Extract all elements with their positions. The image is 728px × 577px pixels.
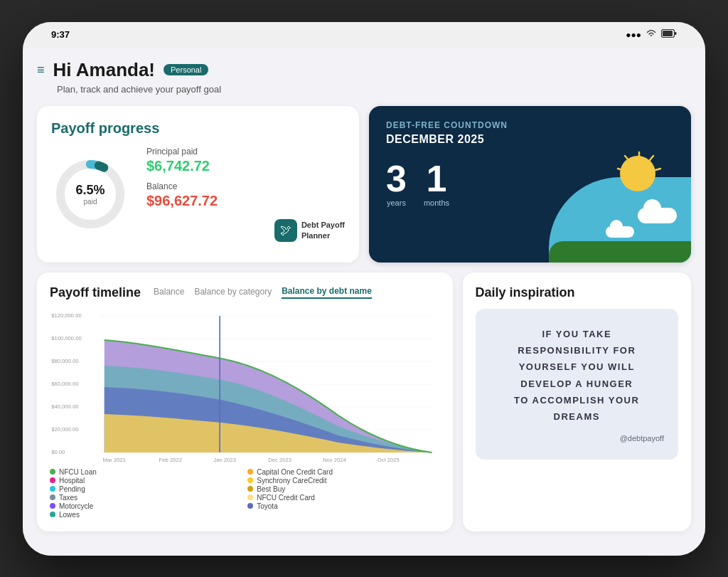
svg-text:Nov 2024: Nov 2024	[323, 457, 346, 463]
status-icons: ●●●	[626, 29, 677, 40]
device-frame: 9:37 ●●● ≡ Hi Amanda! Personal Plan, tra…	[23, 22, 705, 556]
timeline-title: Payoff timeline	[50, 285, 141, 300]
brand-icon: 🕊	[274, 219, 297, 242]
balance-value: $96,627.72	[146, 193, 345, 209]
donut-label: 6.5% paid	[75, 183, 105, 206]
brand-logo: 🕊 Debt Payoff Planner	[146, 219, 345, 242]
inspiration-title: Daily inspiration	[476, 285, 678, 300]
months-label: months	[424, 198, 449, 207]
svg-text:Oct 2025: Oct 2025	[378, 457, 400, 463]
legend-item-toyota: Toyota	[247, 502, 439, 510]
inspiration-handle: @debtpayoff	[490, 434, 664, 443]
legend-item-taxes: Taxes	[50, 494, 242, 502]
bottom-row: Payoff timeline Balance Balance by categ…	[37, 272, 691, 531]
header: ≡ Hi Amanda! Personal Plan, track and ac…	[37, 59, 691, 95]
sun-scene-illustration	[549, 149, 691, 263]
countdown-date: DECEMBER 2025	[386, 133, 674, 146]
principal-value: $6,742.72	[146, 158, 345, 174]
header-top: ≡ Hi Amanda! Personal	[37, 59, 691, 81]
balance-label: Balance	[146, 181, 345, 191]
brand-text: Debt Payoff Planner	[301, 220, 345, 240]
chart-area: $120,000.00 $100,000.00 $80,000.00 $60,0…	[50, 309, 440, 465]
svg-text:$20,000.00: $20,000.00	[51, 426, 78, 433]
svg-text:Jan 2023: Jan 2023	[213, 457, 236, 463]
timeline-header: Payoff timeline Balance Balance by categ…	[50, 285, 440, 300]
svg-text:$100,000.00: $100,000.00	[51, 335, 82, 342]
svg-line-8	[655, 169, 660, 170]
sun-rays	[607, 149, 671, 206]
donut-chart: 6.5% paid	[51, 155, 129, 233]
svg-rect-2	[675, 32, 677, 35]
svg-text:Dec 2023: Dec 2023	[268, 457, 291, 463]
chart-legend: NFCU Loan Capital One Credit Card Hospit…	[50, 468, 440, 519]
progress-title: Payoff progress	[51, 120, 345, 137]
wifi-icon	[646, 29, 657, 40]
legend-item-lowes: Lowes	[50, 511, 242, 519]
cloud-1	[638, 208, 677, 223]
cloud-2	[606, 226, 634, 238]
status-bar: 9:37 ●●●	[23, 22, 705, 48]
years-item: 3 years	[386, 160, 407, 207]
principal-label: Principal paid	[146, 147, 345, 157]
grass	[549, 241, 691, 263]
legend-item-pending: Pending	[50, 485, 242, 493]
svg-text:$0.00: $0.00	[51, 449, 65, 455]
payoff-progress-card: Payoff progress 6.5% paid	[37, 106, 359, 263]
tab-balance[interactable]: Balance	[154, 287, 184, 298]
legend-item-nfcu-loan: NFCU Loan	[50, 468, 242, 476]
inspiration-quote-text: IF YOU TAKERESPONSIBILITY FORYOURSELF YO…	[490, 326, 664, 425]
progress-content: 6.5% paid Principal paid $6,742.72 Balan…	[51, 147, 345, 242]
greeting: Hi Amanda!	[53, 59, 156, 81]
timeline-chart: $120,000.00 $100,000.00 $80,000.00 $60,0…	[50, 309, 440, 465]
months-number: 1	[424, 160, 449, 197]
inspiration-quote-card: IF YOU TAKERESPONSIBILITY FORYOURSELF YO…	[476, 309, 678, 460]
daily-inspiration-card: Daily inspiration IF YOU TAKERESPONSIBIL…	[463, 272, 691, 531]
payoff-timeline-card: Payoff timeline Balance Balance by categ…	[37, 272, 453, 531]
status-time: 9:37	[51, 29, 70, 40]
subtitle: Plan, track and achieve your payoff goal	[57, 84, 691, 95]
donut-percentage: 6.5%	[75, 183, 105, 198]
legend-item-synchrony: Synchrony CareCredit	[247, 477, 439, 485]
svg-line-7	[650, 156, 653, 160]
donut-paid-label: paid	[75, 198, 105, 206]
menu-icon[interactable]: ≡	[37, 63, 45, 78]
account-badge[interactable]: Personal	[164, 64, 208, 75]
svg-text:$60,000.00: $60,000.00	[51, 381, 78, 387]
svg-text:$40,000.00: $40,000.00	[51, 403, 78, 410]
tab-balance-debt[interactable]: Balance by debt name	[282, 286, 372, 299]
svg-line-10	[618, 169, 623, 170]
years-label: years	[386, 198, 407, 207]
svg-line-9	[625, 156, 628, 160]
svg-text:$120,000.00: $120,000.00	[51, 312, 82, 319]
legend-item-capital-one: Capital One Credit Card	[247, 468, 439, 476]
legend-item-best-buy: Best Buy	[247, 485, 439, 493]
svg-text:Mar 2021: Mar 2021	[103, 457, 126, 463]
svg-rect-1	[663, 31, 673, 36]
years-number: 3	[386, 160, 407, 197]
svg-text:$80,000.00: $80,000.00	[51, 358, 78, 364]
screen: ≡ Hi Amanda! Personal Plan, track and ac…	[23, 48, 705, 556]
tab-balance-category[interactable]: Balance by category	[194, 287, 272, 298]
legend-item-motorcycle: Motorcycle	[50, 502, 242, 510]
top-cards-row: Payoff progress 6.5% paid	[37, 106, 691, 263]
countdown-label: DEBT-FREE COUNTDOWN	[386, 120, 674, 130]
svg-text:Feb 2022: Feb 2022	[159, 457, 182, 463]
battery-icon	[661, 29, 677, 40]
legend-item-hospital: Hospital	[50, 477, 242, 485]
debt-free-countdown-card: DEBT-FREE COUNTDOWN DECEMBER 2025 3 year…	[369, 106, 691, 263]
progress-stats: Principal paid $6,742.72 Balance $96,627…	[146, 147, 345, 242]
legend-item-nfcu-cc: NFCU Credit Card	[247, 494, 439, 502]
signal-icon: ●●●	[626, 30, 641, 40]
months-item: 1 months	[424, 160, 449, 207]
